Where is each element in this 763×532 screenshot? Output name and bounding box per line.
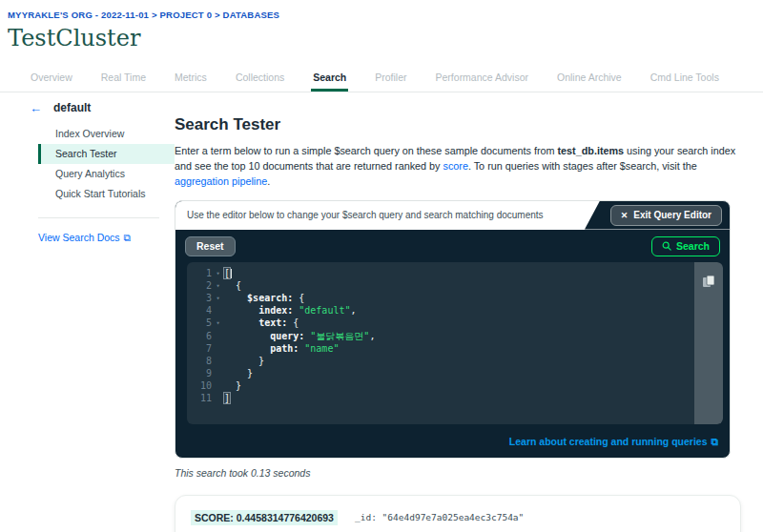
code-text: ] (224, 392, 230, 404)
token-key: text: (258, 317, 287, 328)
code-text: query: "불닭볶음면", (224, 330, 375, 342)
page-header: MYYRAKLE'S ORG - 2022-11-01 > PROJECT 0 … (0, 0, 763, 51)
sidebar-item-index-overview[interactable]: Index Overview (38, 124, 175, 144)
breadcrumb-item-databases[interactable]: DATABASES (223, 10, 280, 20)
caret-spacer (212, 342, 224, 355)
token-plain: , (350, 305, 356, 316)
view-search-docs-label: View Search Docs (38, 232, 120, 244)
sidebar-item-query-analytics[interactable]: Query Analytics (38, 164, 175, 184)
caret-spacer (212, 392, 224, 404)
back-arrow-icon[interactable]: ← (30, 102, 42, 114)
breadcrumb: MYYRAKLE'S ORG - 2022-11-01 > PROJECT 0 … (8, 10, 763, 20)
description-link-aggregation-pipeline[interactable]: aggregation pipeline (175, 175, 267, 187)
code-line-8: 8 } (187, 355, 723, 367)
token-plain (224, 293, 247, 303)
code-line-3: 3▾ $search: { (187, 292, 723, 304)
search-button[interactable]: Search (651, 236, 720, 256)
content: ← default Index OverviewSearch TesterQue… (0, 92, 763, 532)
code-text: $search: { (224, 292, 304, 304)
token-str: "default" (299, 305, 350, 316)
tab-real-time[interactable]: Real Time (99, 64, 148, 92)
sidebar-item-quick-start-tutorials[interactable]: Quick Start Tutorials (38, 184, 175, 204)
line-number: 7 (187, 342, 212, 355)
id-value: "64e4d97e7a025ea4ec3c754a" (382, 512, 525, 522)
token-str: "name" (304, 343, 339, 354)
fold-caret-icon[interactable]: ▾ (212, 317, 224, 329)
code-text: { (224, 279, 241, 292)
close-icon: ✕ (621, 211, 629, 220)
token-key: path: (270, 343, 299, 354)
token-key: index: (258, 305, 293, 316)
token-plain: } (224, 368, 253, 379)
index-name: default (53, 101, 91, 114)
code-line-11: 11] (187, 392, 723, 404)
caret-spacer (212, 304, 224, 317)
code-line-4: 4 index: "default", (187, 304, 723, 317)
score-label: SCORE: (195, 512, 234, 523)
description-link-score[interactable]: score (443, 160, 468, 172)
tab-overview[interactable]: Overview (29, 64, 74, 92)
code-text: } (224, 379, 241, 392)
editor-scrollbar[interactable] (694, 262, 723, 424)
view-search-docs-link[interactable]: View Search Docs ⧉ (38, 232, 131, 244)
line-number: 9 (187, 367, 212, 379)
breadcrumb-separator: > (212, 10, 222, 20)
code-line-1: 1▾[ (187, 267, 723, 279)
line-number: 1 (187, 267, 212, 279)
text-cursor (231, 269, 232, 278)
tab-online-archive[interactable]: Online Archive (555, 64, 624, 92)
token-plain: } (224, 380, 241, 391)
description-text: Enter a term below to run a simple $sear… (175, 145, 557, 156)
line-number: 8 (187, 355, 212, 367)
code-line-10: 10 } (187, 379, 723, 392)
score-value: 0.4458314776420693 (237, 512, 334, 523)
code-text: path: "name" (224, 342, 339, 355)
search-timing-note: This search took 0.13 seconds (175, 467, 741, 479)
tab-collections[interactable]: Collections (234, 64, 286, 92)
sidebar-divider (38, 217, 159, 218)
breadcrumb-separator: > (149, 10, 159, 20)
learn-queries-label: Learn about creating and running queries (509, 436, 708, 448)
document-id: _id: "64e4d97e7a025ea4ec3c754a" (355, 512, 524, 522)
learn-row: Learn about creating and running queries… (175, 424, 730, 458)
code-line-2: 2▾ { (187, 279, 723, 292)
sidebar-item-search-tester[interactable]: Search Tester (38, 144, 175, 164)
token-plain: } (224, 356, 264, 366)
code-lines: 1▾[2▾ {3▾ $search: {4 index: "default",5… (187, 267, 723, 405)
token-plain (224, 317, 258, 328)
token-plain: { (293, 293, 304, 303)
result-card[interactable]: SCORE: 0.4458314776420693 _id: "64e4d97e… (175, 495, 741, 532)
copy-icon[interactable] (701, 274, 716, 289)
learn-queries-link[interactable]: Learn about creating and running queries… (509, 436, 718, 448)
breadcrumb-item-myyrakle-s-org-2022-11-01[interactable]: MYYRAKLE'S ORG - 2022-11-01 (8, 10, 149, 20)
search-sidebar: ← default Index OverviewSearch TesterQue… (0, 92, 175, 532)
tab-cmd-line-tools[interactable]: Cmd Line Tools (649, 64, 721, 92)
token-plain: , (369, 331, 375, 341)
description-text: . (267, 175, 270, 187)
code-line-5: 5▾ text: { (187, 317, 723, 329)
external-link-icon: ⧉ (711, 436, 719, 448)
exit-query-editor-button[interactable]: ✕ Exit Query Editor (610, 205, 722, 226)
fold-caret-icon[interactable]: ▾ (212, 292, 224, 304)
line-number: 2 (187, 279, 212, 292)
fold-caret-icon[interactable]: ▾ (212, 267, 224, 279)
sidebar-items: Index OverviewSearch TesterQuery Analyti… (0, 124, 175, 204)
line-number: 11 (187, 392, 212, 404)
id-label: _id: (355, 512, 377, 522)
token-str: "불닭볶음면" (310, 331, 369, 341)
caret-spacer (212, 330, 224, 342)
sidebar-header: ← default (0, 101, 175, 114)
page-heading: Search Tester (175, 115, 741, 134)
tab-performance-advisor[interactable]: Performance Advisor (434, 64, 530, 92)
description: Enter a term below to run a simple $sear… (175, 143, 739, 190)
reset-button[interactable]: Reset (185, 236, 236, 256)
tab-metrics[interactable]: Metrics (173, 64, 209, 92)
tab-profiler[interactable]: Profiler (373, 64, 408, 92)
code-editor[interactable]: 1▾[2▾ {3▾ $search: {4 index: "default",5… (187, 262, 723, 424)
fold-caret-icon[interactable]: ▾ (212, 279, 224, 292)
tab-search[interactable]: Search (311, 64, 348, 92)
description-text: test_db.items (557, 145, 624, 156)
token-plain (224, 305, 258, 316)
breadcrumb-item-project-0[interactable]: PROJECT 0 (160, 10, 213, 20)
editor-message-bar: Use the editor below to change your $sea… (175, 201, 730, 230)
